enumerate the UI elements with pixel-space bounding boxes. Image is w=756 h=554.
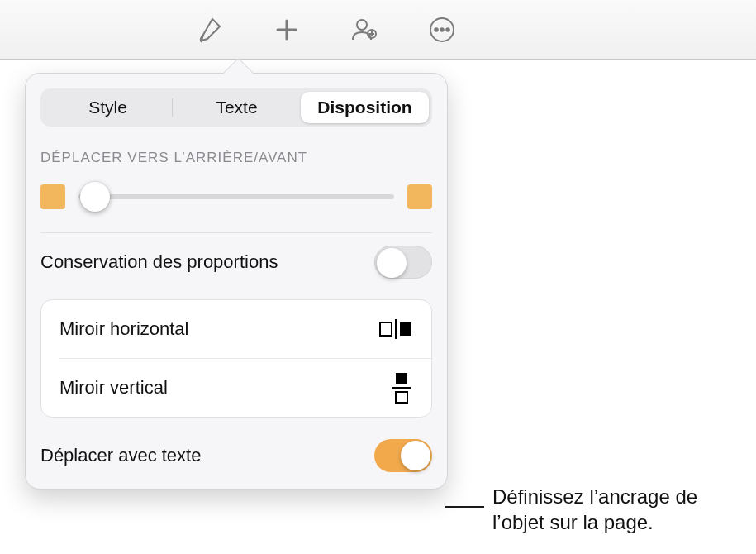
inspector-tabs: Style Texte Disposition (40, 88, 432, 127)
arrange-slider[interactable] (78, 194, 394, 199)
tab-disposition-label: Disposition (317, 98, 411, 117)
move-with-text-row: Déplacer avec texte (40, 431, 432, 489)
svg-rect-10 (380, 322, 392, 336)
move-back-front-slider-row (40, 184, 432, 233)
flip-vertical-icon (390, 371, 413, 404)
toggle-knob (401, 441, 430, 470)
brush-icon[interactable] (190, 11, 228, 49)
tab-style[interactable]: Style (44, 92, 172, 123)
arrange-slider-thumb[interactable] (80, 182, 110, 212)
slider-back-box-icon (40, 184, 65, 209)
constrain-proportions-toggle[interactable] (374, 246, 432, 279)
svg-rect-15 (396, 392, 407, 403)
app-toolbar (0, 0, 756, 60)
mirror-card: Miroir horizontal Miroir vertical (40, 299, 432, 418)
mirror-vertical-label: Miroir vertical (59, 377, 168, 399)
callout-leader-line (445, 506, 484, 508)
move-back-front-header: DÉPLACER VERS L’ARRIÈRE/AVANT (40, 150, 432, 166)
mirror-vertical-row[interactable]: Miroir vertical (41, 359, 431, 417)
svg-point-7 (435, 28, 438, 31)
svg-point-2 (357, 20, 367, 30)
svg-rect-13 (396, 373, 407, 384)
tab-disposition[interactable]: Disposition (301, 92, 429, 123)
tab-style-label: Style (88, 98, 127, 117)
constrain-proportions-row: Conservation des proportions (40, 233, 432, 291)
move-with-text-toggle[interactable] (374, 439, 432, 472)
callout-text: Définissez l’ancrage de l’objet sur la p… (492, 485, 749, 535)
move-with-text-label: Déplacer avec texte (40, 445, 201, 466)
flip-horizontal-icon (378, 318, 413, 341)
format-inspector-popover: Style Texte Disposition DÉPLACER VERS L’… (25, 73, 448, 490)
svg-point-9 (446, 28, 449, 31)
collaborate-icon[interactable] (345, 11, 383, 49)
more-icon[interactable] (423, 11, 461, 49)
svg-rect-12 (400, 322, 411, 336)
plus-icon[interactable] (268, 11, 306, 49)
mirror-horizontal-row[interactable]: Miroir horizontal (41, 300, 431, 358)
constrain-proportions-label: Conservation des proportions (40, 251, 278, 273)
svg-point-8 (440, 28, 444, 31)
mirror-horizontal-label: Miroir horizontal (59, 318, 189, 340)
tab-text[interactable]: Texte (173, 92, 301, 123)
toggle-knob (377, 248, 407, 278)
slider-front-box-icon (407, 184, 432, 209)
tab-text-label: Texte (216, 98, 257, 117)
